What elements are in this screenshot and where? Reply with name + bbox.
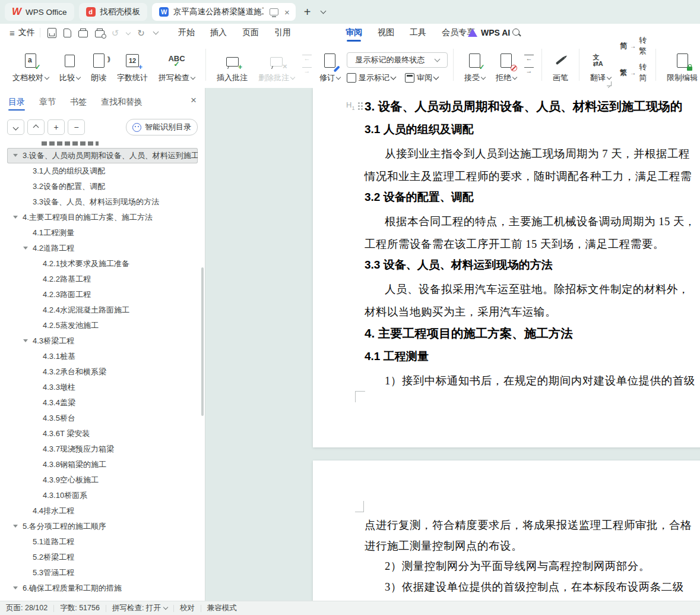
simplified-to-traditional-button[interactable]: 简→转繁 [620, 35, 647, 56]
toc-item[interactable]: 4.4排水工程 [7, 503, 198, 519]
word-count-indicator[interactable]: 字数: 51756 [60, 603, 100, 613]
toc-item[interactable]: 3.2设备的配置、调配 [7, 179, 198, 194]
toc-item[interactable]: 4.3.5桥台 [7, 411, 198, 426]
document-page-1[interactable]: H1 3. 设备、人员动员周期和设备、人员、材料运到施工现场的 3.1 人员的组… [313, 88, 700, 447]
collapse-arrow-icon[interactable] [13, 525, 18, 528]
insert-comment-button[interactable]: + 插入批注 [211, 46, 253, 83]
toc-item[interactable]: 4.3.10桥面系 [7, 488, 198, 503]
page-indicator[interactable]: 页面: 28/102 [6, 603, 47, 613]
search-icon[interactable] [512, 29, 520, 36]
menu-item[interactable]: 审阅 [346, 24, 362, 42]
spell-check-button[interactable]: ABC✓ 拼写检查 [153, 46, 200, 83]
toc-item[interactable]: 4.3.1桩基 [7, 349, 198, 364]
menu-item[interactable]: 引用 [274, 24, 291, 42]
toc-item[interactable]: 4.2.2路基工程 [7, 272, 198, 287]
traditional-to-simplified-button[interactable]: 繁→转简 [620, 62, 647, 83]
group-expand-icon[interactable] [607, 81, 612, 86]
toc-item[interactable]: 4.2.5蒸发池施工 [7, 318, 198, 333]
new-tab-button[interactable]: + [300, 6, 315, 18]
toc-item[interactable]: 4.3.9空心板施工 [7, 472, 198, 488]
close-tab-icon[interactable]: × [283, 8, 291, 17]
toc-item[interactable]: 4.3.8钢箱梁的施工 [7, 457, 198, 472]
toc-item[interactable]: 5.3管涵工程 [7, 565, 198, 581]
present-mode-icon[interactable] [270, 8, 278, 15]
toc-item[interactable]: 4.1工程测量 [7, 225, 198, 241]
toc-item[interactable]: 4.主要工程项目的施工方案、施工方法 [7, 210, 198, 225]
toc-item[interactable]: 3.3设备、人员、材料运到现场的方法 [7, 194, 198, 210]
read-aloud-button[interactable]: )) 朗读 [85, 46, 112, 83]
pane-tab[interactable]: 章节 [39, 94, 56, 111]
menu-item[interactable]: 开始 [178, 24, 195, 42]
word-count-button[interactable]: 12+ 字数统计 [112, 46, 153, 83]
previous-revision-icon[interactable]: ← [524, 55, 534, 62]
toc-item[interactable]: 4.3.3墩柱 [7, 380, 198, 395]
next-revision-icon[interactable]: → [524, 67, 534, 75]
collapse-arrow-icon[interactable] [13, 216, 18, 219]
toc-item[interactable]: 3.设备、人员动员周期和设备、人员、材料运到施工 ... [7, 148, 198, 163]
sidebar-scrollbar[interactable] [201, 267, 204, 416]
collapse-arrow-icon[interactable] [13, 586, 18, 589]
spell-check-status[interactable]: 拼写检查: 打开 [112, 603, 167, 613]
print-preview-icon[interactable] [95, 30, 104, 37]
zoom-out-button[interactable]: − [68, 119, 85, 135]
toc-item[interactable]: 5.2桥梁工程 [7, 550, 198, 565]
menu-item[interactable]: 视图 [378, 24, 394, 42]
tab-list-chevron-icon[interactable] [320, 8, 326, 14]
toc-item[interactable]: 5.1道路工程 [7, 534, 198, 550]
toc-item[interactable]: 3.1人员的组织及调配 [7, 163, 198, 179]
compare-button[interactable]: 比较 [54, 46, 85, 83]
proofing-button[interactable]: 校对 [180, 603, 195, 613]
toc-item[interactable]: 4.3.6T 梁安装 [7, 426, 198, 441]
zoom-in-button[interactable]: + [47, 119, 65, 135]
undo-icon[interactable]: ↺ [112, 29, 119, 37]
document-page-2[interactable]: 点进行复测，符合精度要求后，将成果报送监理工程师审批，合格 进行施工测量控制网点… [313, 461, 700, 601]
toolbar-more-chevron-icon[interactable] [153, 29, 159, 35]
tab-docer-templates[interactable]: d 找稻壳模板 [79, 3, 148, 21]
doc-proofing-button[interactable]: a✓ 文档校对 [7, 46, 54, 83]
tab-active-document[interactable]: W 京平高速公路桥梁隧道施工组织 × [152, 3, 296, 21]
markup-state-dropdown[interactable]: 显示标记的最终状态 [347, 52, 448, 68]
menu-item[interactable]: 工具 [410, 24, 426, 42]
delete-comment-button[interactable]: × 删除批注 [253, 46, 300, 83]
ink-brush-button[interactable]: 画笔 [547, 46, 574, 83]
track-changes-button[interactable]: 修订 [314, 46, 346, 83]
undo-chevron-icon[interactable] [126, 30, 131, 35]
file-menu-button[interactable]: ≡ 文件 [9, 27, 35, 38]
restrict-editing-button[interactable]: 限制编辑 [661, 46, 700, 83]
toc-item[interactable]: 4.3桥梁工程 [7, 333, 198, 349]
accept-revision-button[interactable]: ✓ 接受 [459, 46, 490, 83]
heading-drag-handle[interactable]: H1 [346, 101, 363, 112]
print-icon[interactable] [78, 30, 88, 37]
collapse-all-button[interactable] [27, 119, 45, 135]
expand-all-button[interactable] [7, 119, 24, 135]
collapse-arrow-icon[interactable] [23, 247, 28, 250]
close-pane-icon[interactable]: × [191, 95, 197, 105]
review-pane-button[interactable]: 审阅 [405, 72, 438, 83]
next-comment-icon[interactable]: → [302, 67, 312, 75]
translate-button[interactable]: 文⇄A 翻译 [585, 46, 616, 83]
menu-item[interactable]: 插入 [210, 24, 227, 42]
pane-tab[interactable]: 查找和替换 [101, 94, 142, 111]
pane-tab[interactable]: 书签 [70, 94, 87, 111]
previous-comment-icon[interactable]: ← [302, 55, 312, 62]
menu-item[interactable]: 页面 [242, 24, 259, 42]
reject-revision-button[interactable]: 拒绝 [490, 46, 522, 83]
collapse-arrow-icon[interactable] [13, 154, 18, 157]
export-pdf-icon[interactable] [64, 29, 71, 37]
toc-item[interactable]: 6.确保工程质量和工期的措施 [7, 581, 198, 596]
smart-toc-button[interactable]: 智能识别目录 [126, 119, 198, 135]
toc-item[interactable]: 4.2道路工程 [7, 241, 198, 256]
toc-item[interactable]: 4.2.3路面工程 [7, 287, 198, 302]
toc-item[interactable]: 4.2.1技术要求及施工准备 [7, 256, 198, 272]
pane-tab[interactable]: 目录 [8, 94, 25, 111]
show-markup-button[interactable]: 显示标记 [347, 72, 395, 83]
toc-item[interactable]: 4.3.7现浇预应力箱梁 [7, 441, 198, 457]
collapse-arrow-icon[interactable] [23, 339, 28, 342]
wps-ai-button[interactable]: WPS AI [468, 28, 510, 37]
toc-item[interactable]: 4.3.2承台和横系梁 [7, 364, 198, 380]
redo-icon[interactable]: ↻ [137, 29, 145, 37]
tab-wps-office[interactable]: W WPS Office [5, 3, 74, 21]
save-icon[interactable] [47, 28, 56, 38]
toc-item[interactable]: 4.2.4水泥混凝土路面施工 [7, 302, 198, 318]
toc-item[interactable]: 4.3.4盖梁 [7, 395, 198, 411]
